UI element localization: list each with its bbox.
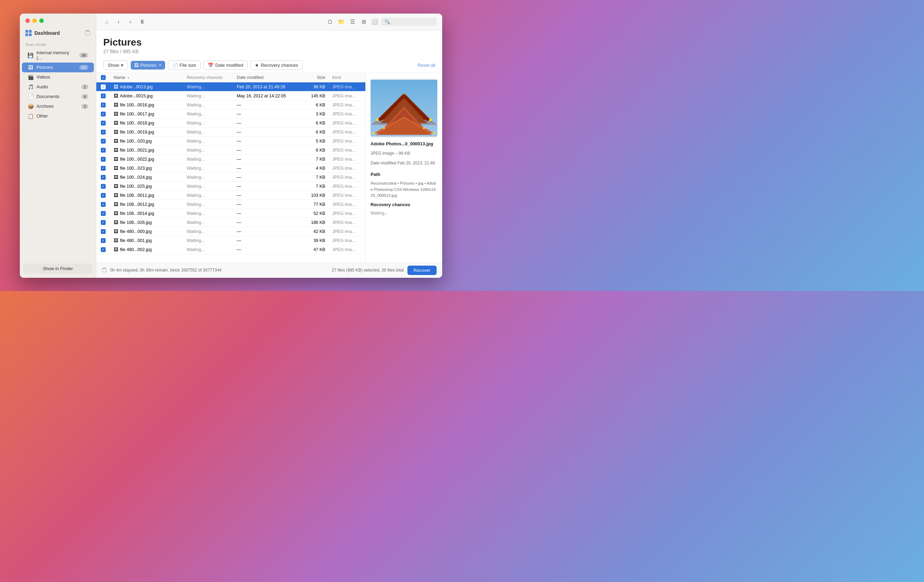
- row-kind: JPEG ima...: [329, 200, 365, 209]
- row-checkbox[interactable]: ✓: [101, 139, 106, 143]
- row-checkbox-cell[interactable]: ✓: [96, 155, 110, 164]
- dashboard-label: Dashboard: [35, 30, 60, 36]
- row-checkbox[interactable]: ✓: [101, 130, 106, 135]
- table-row[interactable]: ✓🖼file 480...000.jpgWaiting...—42 KBJPEG…: [96, 227, 365, 236]
- table-row[interactable]: ✓🖼file 100...024.jpgWaiting...—7 KBJPEG …: [96, 173, 365, 182]
- minimize-button[interactable]: [32, 18, 37, 23]
- row-size: 39 KB: [300, 236, 329, 245]
- row-checkbox[interactable]: ✓: [101, 157, 106, 162]
- row-checkbox[interactable]: ✓: [101, 148, 106, 153]
- grid-view-button[interactable]: ⊞: [359, 17, 368, 27]
- table-row[interactable]: ✓🖼file 100...0019.jpgWaiting...—6 KBJPEG…: [96, 128, 365, 137]
- dashboard-item[interactable]: Dashboard: [20, 28, 96, 40]
- table-row[interactable]: ✓🖼Adobe...0013.jpgWaiting...Feb 20, 2013…: [96, 82, 365, 91]
- table-row[interactable]: ✓🖼file 108...0011.jpgWaiting...—103 KBJP…: [96, 191, 365, 200]
- row-checkbox[interactable]: ✓: [101, 202, 106, 207]
- home-button[interactable]: ⌂: [102, 17, 112, 27]
- show-in-finder-button[interactable]: Show in Finder: [23, 264, 92, 274]
- close-button[interactable]: [25, 18, 30, 23]
- row-checkbox-cell[interactable]: ✓: [96, 137, 110, 146]
- row-checkbox-cell[interactable]: ✓: [96, 82, 110, 91]
- row-checkbox-cell[interactable]: ✓: [96, 227, 110, 236]
- row-checkbox-cell[interactable]: ✓: [96, 173, 110, 182]
- show-filter-button[interactable]: Show ▾: [103, 61, 128, 70]
- date-column-header[interactable]: Date modified: [233, 73, 300, 82]
- sidebar-toggle-button[interactable]: ⬜: [370, 17, 380, 27]
- pictures-filter-tag[interactable]: 🖼 Pictures ✕: [131, 61, 165, 69]
- row-checkbox[interactable]: ✓: [101, 94, 106, 98]
- row-checkbox-cell[interactable]: ✓: [96, 109, 110, 119]
- row-checkbox-cell[interactable]: ✓: [96, 236, 110, 245]
- row-checkbox[interactable]: ✓: [101, 120, 106, 125]
- row-checkbox[interactable]: ✓: [101, 175, 106, 180]
- sidebar-item-internal-memory[interactable]: 💾 Internal memory (… 36: [22, 48, 94, 63]
- row-checkbox-cell[interactable]: ✓: [96, 200, 110, 209]
- forward-button[interactable]: ›: [125, 17, 135, 27]
- row-checkbox-cell[interactable]: ✓: [96, 245, 110, 254]
- table-row[interactable]: ✓🖼file 100...0016.jpgWaiting...—6 KBJPEG…: [96, 101, 365, 109]
- row-checkbox-cell[interactable]: ✓: [96, 146, 110, 155]
- row-checkbox[interactable]: ✓: [101, 238, 106, 243]
- row-checkbox-cell[interactable]: ✓: [96, 91, 110, 101]
- row-checkbox-cell[interactable]: ✓: [96, 182, 110, 191]
- table-row[interactable]: ✓🖼file 108...026.jpgWaiting...—186 KBJPE…: [96, 218, 365, 227]
- table-row[interactable]: ✓🖼file 100...0022.jpgWaiting...—7 KBJPEG…: [96, 155, 365, 164]
- row-checkbox-cell[interactable]: ✓: [96, 128, 110, 137]
- select-all-checkbox[interactable]: ✓: [101, 75, 106, 80]
- table-row[interactable]: ✓🖼file 480...001.jpgWaiting...—39 KBJPEG…: [96, 236, 365, 245]
- row-checkbox[interactable]: ✓: [101, 112, 106, 117]
- back-button[interactable]: ‹: [114, 17, 124, 27]
- row-checkbox-cell[interactable]: ✓: [96, 119, 110, 128]
- row-kind: JPEG ima...: [329, 218, 365, 227]
- row-checkbox-cell[interactable]: ✓: [96, 191, 110, 200]
- table-row[interactable]: ✓🖼Adobe...0015.jpgWaiting...May 16, 2012…: [96, 91, 365, 101]
- row-checkbox-cell[interactable]: ✓: [96, 209, 110, 218]
- table-row[interactable]: ✓🖼file 100...020.jpgWaiting...—5 KBJPEG …: [96, 137, 365, 146]
- pause-button[interactable]: ⏸: [137, 17, 147, 27]
- file-view-button[interactable]: 🗋: [325, 17, 335, 27]
- search-input[interactable]: [392, 19, 433, 24]
- sidebar-item-pictures[interactable]: 🖼 Pictures 27: [22, 63, 94, 72]
- sidebar-item-videos[interactable]: 🎬 Videos: [22, 72, 94, 82]
- name-column-header[interactable]: Name ▾: [110, 73, 183, 82]
- size-column-header[interactable]: Size: [300, 73, 329, 82]
- reset-all-button[interactable]: Reset all: [417, 63, 435, 68]
- file-size-filter-button[interactable]: 📄 File size: [168, 61, 201, 70]
- row-checkbox-cell[interactable]: ✓: [96, 101, 110, 109]
- maximize-button[interactable]: [39, 18, 44, 23]
- sidebar-item-other[interactable]: 📋 Other: [22, 111, 94, 121]
- toolbar-right: 🗋 📁 ☰ ⊞ ⬜ 🔍: [325, 17, 437, 27]
- recovery-chances-filter-button[interactable]: ★ Recovery chances: [250, 61, 302, 70]
- row-checkbox[interactable]: ✓: [101, 229, 106, 234]
- row-checkbox[interactable]: ✓: [101, 211, 106, 216]
- row-checkbox[interactable]: ✓: [101, 102, 106, 107]
- row-checkbox[interactable]: ✓: [101, 166, 106, 171]
- row-recovery: Waiting...: [183, 137, 233, 146]
- sidebar-item-documents[interactable]: 📄 Documents 4: [22, 92, 94, 102]
- list-view-button[interactable]: ☰: [348, 17, 357, 27]
- folder-view-button[interactable]: 📁: [337, 17, 346, 27]
- row-checkbox[interactable]: ✓: [101, 184, 106, 189]
- table-row[interactable]: ✓🖼file 100...0017.jpgWaiting...—3 KBJPEG…: [96, 109, 365, 119]
- row-checkbox[interactable]: ✓: [101, 220, 106, 225]
- table-row[interactable]: ✓🖼file 100...023.jpgWaiting...—4 KBJPEG …: [96, 164, 365, 173]
- sidebar-item-archives[interactable]: 📦 Archives 3: [22, 102, 94, 111]
- recover-button[interactable]: Recover: [408, 265, 437, 275]
- close-filter-icon[interactable]: ✕: [158, 63, 162, 68]
- table-row[interactable]: ✓🖼file 108...0012.jpgWaiting...—77 KBJPE…: [96, 200, 365, 209]
- date-modified-filter-button[interactable]: 📅 Date modified: [203, 61, 248, 70]
- table-row[interactable]: ✓🖼file 100...0018.jpgWaiting...—6 KBJPEG…: [96, 119, 365, 128]
- row-checkbox[interactable]: ✓: [101, 84, 106, 89]
- table-row[interactable]: ✓🖼file 480...002.jpgWaiting...—47 KBJPEG…: [96, 245, 365, 254]
- recovery-column-header[interactable]: Recovery chances: [183, 73, 233, 82]
- row-checkbox-cell[interactable]: ✓: [96, 164, 110, 173]
- row-checkbox-cell[interactable]: ✓: [96, 218, 110, 227]
- checkbox-header[interactable]: ✓: [96, 73, 110, 82]
- row-checkbox[interactable]: ✓: [101, 193, 106, 198]
- row-checkbox[interactable]: ✓: [101, 247, 106, 252]
- table-row[interactable]: ✓🖼file 100...025.jpgWaiting...—7 KBJPEG …: [96, 182, 365, 191]
- sidebar-item-audio[interactable]: 🎵 Audio 2: [22, 82, 94, 92]
- table-row[interactable]: ✓🖼file 100...0021.jpgWaiting...—6 KBJPEG…: [96, 146, 365, 155]
- table-row[interactable]: ✓🖼file 108...0014.jpgWaiting...—52 KBJPE…: [96, 209, 365, 218]
- kind-column-header[interactable]: Kind: [329, 73, 365, 82]
